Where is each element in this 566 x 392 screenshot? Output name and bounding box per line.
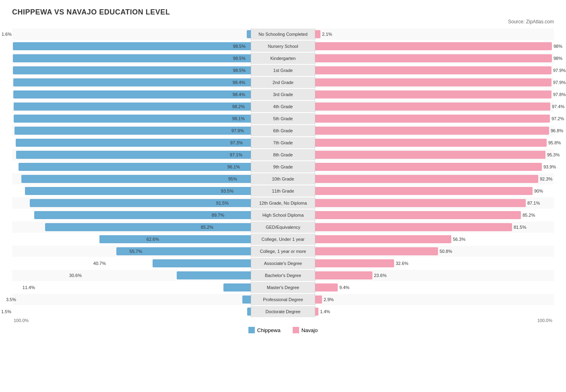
pink-bar bbox=[315, 78, 552, 86]
pink-bar bbox=[315, 103, 550, 111]
blue-bar bbox=[13, 78, 251, 86]
pink-value: 97.8% bbox=[553, 92, 566, 97]
blue-value: 97.1% bbox=[230, 152, 242, 157]
table-row: 3.5%Professional Degree2.9% bbox=[12, 294, 554, 305]
row-label: 8th Grade bbox=[251, 149, 315, 160]
table-row: 97.1%8th Grade95.3% bbox=[12, 149, 554, 160]
blue-value: 98.5% bbox=[233, 44, 246, 49]
row-label: High School Diploma bbox=[251, 209, 315, 221]
row-label: 9th Grade bbox=[251, 161, 315, 172]
blue-bar bbox=[242, 296, 251, 304]
row-label: 3rd Grade bbox=[251, 89, 315, 100]
table-row: 96.1%9th Grade93.9% bbox=[12, 161, 554, 172]
pink-bar bbox=[315, 151, 545, 159]
pink-value: 93.9% bbox=[543, 164, 556, 169]
blue-value: 89.7% bbox=[212, 213, 224, 218]
blue-bar bbox=[19, 163, 251, 171]
table-row: 97.3%7th Grade95.8% bbox=[12, 137, 554, 148]
blue-value: 91.5% bbox=[216, 201, 229, 205]
blue-value: 96.1% bbox=[227, 164, 240, 169]
row-label: 5th Grade bbox=[251, 113, 315, 124]
legend-chippewa: Chippewa bbox=[248, 327, 281, 333]
blue-bar bbox=[45, 223, 251, 231]
row-label: No Schooling Completed bbox=[251, 29, 315, 40]
chippewa-color-box bbox=[248, 327, 255, 333]
pink-value: 97.4% bbox=[552, 104, 564, 109]
blue-bar bbox=[13, 54, 251, 62]
blue-bar bbox=[16, 139, 251, 147]
pink-value: 50.8% bbox=[440, 249, 452, 254]
pink-bar bbox=[315, 42, 552, 50]
table-row: 89.7%High School Diploma85.2% bbox=[12, 209, 554, 221]
pink-value: 92.3% bbox=[540, 177, 552, 181]
row-label: 4th Grade bbox=[251, 101, 315, 112]
row-label: 2nd Grade bbox=[251, 77, 315, 88]
blue-bar bbox=[13, 90, 251, 99]
row-label: GED/Equivalency bbox=[251, 222, 315, 233]
blue-value: 3.5% bbox=[6, 297, 16, 302]
blue-bar bbox=[14, 103, 251, 111]
chart-rows: 1.6%No Schooling Completed2.1%98.5%Nurse… bbox=[12, 29, 554, 317]
blue-value: 98.5% bbox=[233, 68, 246, 73]
table-row: 85.2%GED/Equivalency81.5% bbox=[12, 222, 554, 233]
blue-value: 98.5% bbox=[233, 56, 246, 61]
blue-value: 93.5% bbox=[221, 189, 233, 193]
pink-value: 90% bbox=[534, 189, 543, 193]
axis-labels: 100.0% 100.0% bbox=[12, 318, 554, 323]
pink-value: 81.5% bbox=[514, 225, 526, 230]
blue-bar bbox=[99, 235, 251, 243]
blue-bar bbox=[16, 151, 251, 159]
blue-bar bbox=[21, 175, 251, 183]
pink-value: 1.4% bbox=[320, 309, 330, 314]
blue-bar bbox=[14, 127, 251, 135]
pink-value: 9.4% bbox=[339, 285, 349, 290]
row-label: 7th Grade bbox=[251, 137, 315, 148]
legend-navajo: Navajo bbox=[293, 327, 318, 333]
blue-value: 97.3% bbox=[230, 140, 243, 145]
row-label: College, Under 1 year bbox=[251, 234, 315, 245]
blue-value: 98.4% bbox=[233, 80, 245, 85]
row-label: Associate's Degree bbox=[251, 258, 315, 269]
pink-bar bbox=[315, 308, 318, 316]
table-row: 98.1%5th Grade97.2% bbox=[12, 113, 554, 124]
pink-value: 32.6% bbox=[396, 261, 408, 266]
blue-value: 1.5% bbox=[1, 309, 11, 314]
pink-bar bbox=[315, 283, 338, 291]
pink-bar bbox=[315, 211, 521, 219]
table-row: 1.5%Doctorate Degree1.4% bbox=[12, 306, 554, 317]
pink-bar bbox=[315, 247, 438, 255]
blue-value: 40.7% bbox=[93, 261, 106, 266]
pink-bar bbox=[315, 187, 533, 195]
pink-bar bbox=[315, 163, 542, 171]
pink-bar bbox=[315, 259, 394, 267]
blue-value: 62.6% bbox=[147, 237, 159, 242]
table-row: 97.9%6th Grade96.8% bbox=[12, 125, 554, 136]
pink-bar bbox=[315, 127, 549, 135]
row-label: 1st Grade bbox=[251, 65, 315, 76]
blue-bar bbox=[13, 66, 251, 74]
table-row: 95%10th Grade92.3% bbox=[12, 173, 554, 185]
pink-value: 85.2% bbox=[523, 213, 535, 218]
pink-bar bbox=[315, 296, 322, 304]
pink-bar bbox=[315, 90, 552, 99]
table-row: 93.5%11th Grade90% bbox=[12, 185, 554, 197]
pink-value: 2.9% bbox=[324, 297, 334, 302]
table-row: 55.7%College, 1 year or more50.8% bbox=[12, 246, 554, 257]
blue-value: 1.6% bbox=[2, 32, 12, 37]
blue-bar bbox=[153, 259, 251, 267]
blue-value: 11.4% bbox=[23, 285, 35, 290]
pink-bar bbox=[315, 66, 552, 74]
table-row: 91.5%12th Grade, No Diploma87.1% bbox=[12, 197, 554, 209]
blue-value: 98.2% bbox=[232, 104, 245, 109]
table-row: 1.6%No Schooling Completed2.1% bbox=[12, 29, 554, 40]
pink-value: 23.6% bbox=[374, 273, 386, 278]
pink-value: 98% bbox=[554, 56, 562, 61]
table-row: 62.6%College, Under 1 year56.3% bbox=[12, 234, 554, 245]
chippewa-label: Chippewa bbox=[257, 327, 281, 333]
blue-value: 98.1% bbox=[232, 116, 245, 121]
table-row: 98.5%Nursery School98% bbox=[12, 41, 554, 52]
table-row: 11.4%Master's Degree9.4% bbox=[12, 282, 554, 293]
pink-bar bbox=[315, 199, 526, 207]
pink-value: 87.1% bbox=[527, 201, 540, 205]
pink-value: 97.2% bbox=[552, 116, 564, 121]
